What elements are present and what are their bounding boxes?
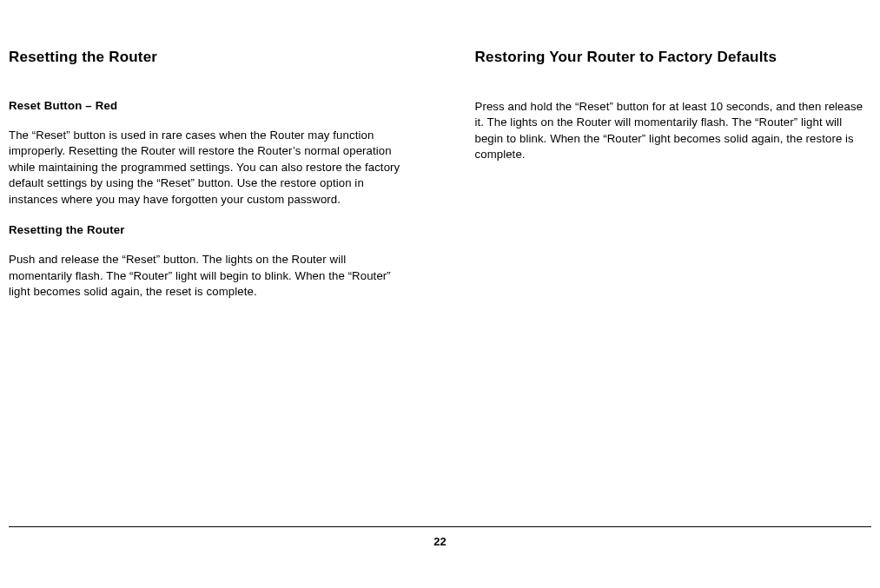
right-column: Restoring Your Router to Factory Default… xyxy=(475,49,872,316)
left-column: Resetting the Router Reset Button – Red … xyxy=(9,49,406,316)
section-title-right: Restoring Your Router to Factory Default… xyxy=(475,49,872,66)
section-title-left: Resetting the Router xyxy=(9,49,406,66)
document-page: Resetting the Router Reset Button – Red … xyxy=(0,0,880,588)
paragraph-factory-defaults: Press and hold the “Reset” button for at… xyxy=(475,99,872,163)
subheading-resetting-router: Resetting the Router xyxy=(9,223,406,236)
page-number: 22 xyxy=(0,535,880,548)
paragraph-reset-button: The “Reset” button is used in rare cases… xyxy=(9,128,406,208)
content-columns: Resetting the Router Reset Button – Red … xyxy=(0,0,880,316)
paragraph-resetting-router: Push and release the “Reset” button. The… xyxy=(9,252,406,300)
footer-divider xyxy=(9,526,871,527)
subheading-reset-button: Reset Button – Red xyxy=(9,99,406,112)
